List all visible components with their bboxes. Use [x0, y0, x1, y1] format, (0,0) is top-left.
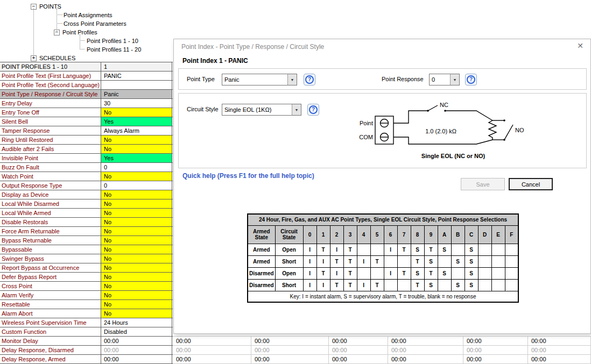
expand-icon[interactable]: +: [31, 55, 37, 61]
close-icon[interactable]: ✕: [577, 41, 583, 50]
quick-help-link[interactable]: Quick help (Press F1 for the full help t…: [182, 172, 314, 180]
grid-row-value[interactable]: Yes: [101, 117, 172, 126]
tree-item-point-assignments[interactable]: Point Assignments: [64, 11, 112, 19]
grid-row-delay-response-armed[interactable]: Delay Response, Armed00:00: [0, 355, 173, 364]
tree-item-cross-point-parameters[interactable]: Cross Point Parameters: [64, 20, 126, 27]
grid-row-point-profile-text-second-language[interactable]: Point Profile Text (Second Language): [0, 81, 173, 90]
grid-row-ring-until-restored[interactable]: Ring Until RestoredNo: [0, 135, 173, 145]
grid-cell[interactable]: 00:00: [329, 346, 388, 355]
grid-row-force-arm-returnable[interactable]: Force Arm ReturnableNo: [0, 227, 173, 236]
grid-row-resettable[interactable]: ResettableNo: [0, 300, 173, 309]
grid-row-tamper-response[interactable]: Tamper ResponseAlways Alarm: [0, 126, 173, 135]
grid-row-value[interactable]: No: [101, 254, 172, 263]
grid-row-swinger-bypass[interactable]: Swinger BypassNo: [0, 254, 173, 263]
grid-row-value[interactable]: 0: [101, 181, 172, 190]
grid-row-point-type-response-circuit-style[interactable]: Point Type / Response / Circuit StylePan…: [0, 90, 173, 99]
grid-row-value[interactable]: No: [101, 300, 172, 309]
grid-row-value[interactable]: No: [101, 190, 172, 199]
tree-item-point-profiles[interactable]: −Point Profiles: [54, 28, 97, 36]
grid-row-value[interactable]: No: [101, 273, 172, 281]
grid-row-value[interactable]: 00:00: [101, 337, 172, 345]
grid-row-entry-tone-off[interactable]: Entry Tone OffNo: [0, 108, 173, 117]
grid-cell[interactable]: 00:00: [173, 355, 251, 364]
grid-cell[interactable]: 00:00: [528, 355, 591, 364]
chevron-down-icon[interactable]: ▼: [292, 104, 301, 115]
grid-row-value[interactable]: No: [101, 209, 172, 217]
grid-row-value[interactable]: No: [101, 227, 172, 235]
point-type-help-icon[interactable]: ?: [304, 74, 315, 85]
grid-row-local-while-armed[interactable]: Local While ArmedNo: [0, 209, 173, 218]
chevron-down-icon[interactable]: ▼: [287, 74, 297, 85]
grid-row-buzz-on-fault[interactable]: Buzz On Fault0: [0, 163, 173, 172]
grid-row-value[interactable]: No: [101, 135, 172, 144]
grid-row-value[interactable]: Panic: [101, 90, 172, 98]
grid-row-monitor-delay[interactable]: Monitor Delay00:00: [0, 337, 173, 346]
grid-cell[interactable]: 00:00: [329, 337, 388, 346]
grid-row-bypass-returnable[interactable]: Bypass ReturnableNo: [0, 236, 173, 245]
grid-row-bypassable[interactable]: BypassableNo: [0, 245, 173, 254]
grid-cell[interactable]: 00:00: [251, 346, 329, 355]
grid-row-output-response-type[interactable]: Output Response Type0: [0, 181, 173, 190]
grid-row-point-profile-text-first-language[interactable]: Point Profile Text (First Language)PANIC: [0, 72, 173, 81]
grid-row-value[interactable]: Disabled: [101, 327, 172, 336]
circuit-style-help-icon[interactable]: ?: [307, 104, 319, 116]
grid-cell[interactable]: 00:00: [528, 346, 591, 355]
grid-cell[interactable]: 00:00: [388, 346, 463, 355]
chevron-down-icon[interactable]: ▼: [450, 74, 459, 85]
grid-row-value[interactable]: No: [101, 172, 172, 181]
grid-row-value[interactable]: 00:00: [101, 346, 172, 354]
grid-row-alarm-verify[interactable]: Alarm VerifyNo: [0, 291, 173, 300]
grid-row-display-as-device[interactable]: Display as DeviceNo: [0, 190, 173, 199]
grid-row-silent-bell[interactable]: Silent BellYes: [0, 117, 173, 126]
tree-item-point-profiles-1-10[interactable]: Point Profiles 1 - 10: [87, 37, 138, 45]
grid-row-value[interactable]: PANIC: [101, 72, 172, 80]
grid-cell[interactable]: 00:00: [388, 337, 463, 346]
grid-row-value[interactable]: 24 Hours: [101, 318, 172, 327]
grid-cell[interactable]: 00:00: [173, 337, 251, 346]
grid-row-value[interactable]: No: [101, 199, 172, 208]
save-button[interactable]: Save: [461, 178, 505, 190]
grid-row-cross-point[interactable]: Cross PointNo: [0, 282, 173, 291]
grid-cell[interactable]: 00:00: [463, 346, 528, 355]
grid-row-value[interactable]: No: [101, 291, 172, 299]
grid-row-invisible-point[interactable]: Invisible PointYes: [0, 154, 173, 163]
grid-row-value[interactable]: 0: [101, 163, 172, 172]
grid-row-custom-function[interactable]: Custom FunctionDisabled: [0, 327, 173, 337]
grid-row-value[interactable]: Yes: [101, 154, 172, 162]
grid-cell[interactable]: 00:00: [528, 337, 591, 346]
grid-cell[interactable]: 00:00: [251, 337, 329, 346]
tree-item-schedules[interactable]: +SCHEDULES: [31, 54, 75, 62]
circuit-style-dropdown[interactable]: Single EOL (1KΩ) ▼: [222, 104, 301, 116]
point-response-dropdown[interactable]: 0 ▼: [429, 74, 460, 85]
grid-row-wireless-point-supervision-time[interactable]: Wireless Point Supervision Time24 Hours: [0, 318, 173, 327]
grid-row-report-bypass-at-occurrence[interactable]: Report Bypass at OccurrenceNo: [0, 263, 173, 273]
grid-row-value[interactable]: No: [101, 108, 172, 117]
grid-row-delay-response-disarmed[interactable]: Delay Response, Disarmed00:00: [0, 346, 173, 355]
grid-row-value[interactable]: 00:00: [101, 355, 172, 363]
point-response-help-icon[interactable]: ?: [465, 74, 477, 85]
grid-row-defer-bypass-report[interactable]: Defer Bypass ReportNo: [0, 273, 173, 282]
grid-row-local-while-disarmed[interactable]: Local While DisarmedNo: [0, 199, 173, 209]
cancel-button[interactable]: Cancel: [509, 178, 553, 190]
grid-row-value[interactable]: No: [101, 218, 172, 226]
grid-row-audible-after-2-fails[interactable]: Audible after 2 FailsNo: [0, 145, 173, 154]
grid-cell[interactable]: 00:00: [329, 355, 388, 364]
grid-row-entry-delay[interactable]: Entry Delay30: [0, 99, 173, 108]
grid-cell[interactable]: 00:00: [463, 355, 528, 364]
grid-row-alarm-abort[interactable]: Alarm AbortNo: [0, 309, 173, 318]
grid-row-value[interactable]: No: [101, 145, 172, 153]
grid-row-value[interactable]: [101, 81, 172, 89]
grid-row-value[interactable]: No: [101, 236, 172, 245]
grid-cell[interactable]: 00:00: [463, 337, 528, 346]
grid-cell[interactable]: 00:00: [388, 355, 463, 364]
grid-cell[interactable]: 00:00: [173, 346, 251, 355]
grid-row-value[interactable]: No: [101, 245, 172, 254]
grid-cell[interactable]: 00:00: [251, 355, 329, 364]
grid-row-value[interactable]: No: [101, 282, 172, 290]
grid-row-value[interactable]: No: [101, 263, 172, 272]
grid-row-watch-point[interactable]: Watch PointNo: [0, 172, 173, 181]
grid-row-value[interactable]: No: [101, 309, 172, 318]
point-type-dropdown[interactable]: Panic ▼: [222, 74, 297, 85]
grid-row-value[interactable]: 30: [101, 99, 172, 108]
grid-row-disable-restorals[interactable]: Disable RestoralsNo: [0, 218, 173, 227]
